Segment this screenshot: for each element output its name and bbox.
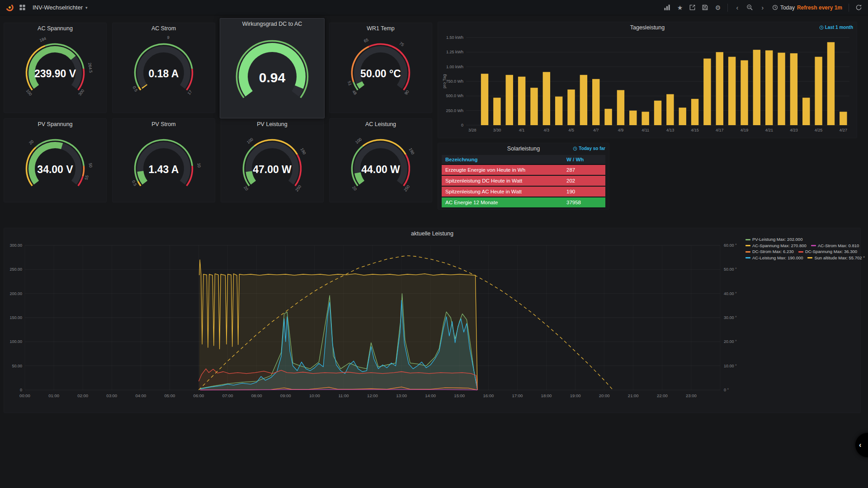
svg-text:4/15: 4/15 <box>691 128 699 132</box>
svg-text:01:00: 01:00 <box>48 393 59 398</box>
add-panel-icon[interactable] <box>661 2 673 14</box>
time-range-button[interactable]: Today Refresh every 1m <box>769 3 845 13</box>
svg-text:0: 0 <box>461 123 463 127</box>
svg-text:0.5: 0.5 <box>131 179 138 187</box>
legend-item-pv-leistung[interactable]: PV-Leistung Max: 202.000 <box>745 237 802 242</box>
svg-text:4/23: 4/23 <box>790 128 798 132</box>
settings-gear-icon[interactable]: ⚙ <box>712 2 724 14</box>
svg-text:3/30: 3/30 <box>493 128 501 132</box>
star-icon[interactable]: ★ <box>674 2 686 14</box>
dashboard-picker-icon[interactable] <box>16 2 28 14</box>
tagesleistung-timeinfo-link[interactable]: Last 1 month <box>819 25 853 30</box>
svg-text:4/13: 4/13 <box>666 128 675 132</box>
svg-text:13:00: 13:00 <box>396 393 407 398</box>
legend-swatch <box>811 245 816 246</box>
caret-down-icon: ▾ <box>85 5 88 10</box>
svg-text:05:00: 05:00 <box>165 393 175 398</box>
svg-text:4/11: 4/11 <box>642 128 649 132</box>
gauge-value: 47.00 W <box>253 164 292 175</box>
dashboard-title-button[interactable]: INV-Wechselrichter ▾ <box>29 2 91 13</box>
save-icon[interactable] <box>699 2 711 14</box>
svg-text:12:00: 12:00 <box>367 393 378 398</box>
panel-title-aktuelle-leistung[interactable]: aktuelle Leistung <box>4 230 860 237</box>
legend-item-ac-leistung[interactable]: AC-Leistung Max: 190.000 <box>745 255 803 260</box>
svg-text:20: 20 <box>28 139 34 145</box>
gauge-value: 0.94 <box>259 70 286 85</box>
svg-text:200.00: 200.00 <box>9 291 22 296</box>
svg-text:10.00 °: 10.00 ° <box>724 364 737 368</box>
panel-title-tagesleistung[interactable]: Tagesleistung <box>438 24 857 31</box>
svg-text:4/3: 4/3 <box>544 128 550 132</box>
svg-text:08:00: 08:00 <box>251 393 262 398</box>
table-header-bezeichnung[interactable]: Bezeichnung <box>442 155 563 164</box>
svg-text:17: 17 <box>187 89 193 96</box>
panel-title[interactable]: AC Leistung <box>330 121 432 127</box>
gauge-panel-wr1-temp: WR1 Temp485165759050.00 °C <box>329 23 432 113</box>
svg-text:0: 0 <box>20 388 22 392</box>
timeinfo-label: Last 1 month <box>825 25 853 30</box>
panel-title[interactable]: PV Leistung <box>221 121 323 127</box>
svg-text:90: 90 <box>404 89 410 96</box>
panel-title[interactable]: PV Strom <box>113 121 215 127</box>
panel-title[interactable]: WR1 Temp <box>330 25 432 32</box>
panel-title[interactable]: Wirkungsgrad DC to AC <box>220 21 324 27</box>
legend-item-ac-strom[interactable]: AC-Strom Max: 0.810 <box>811 243 859 248</box>
refresh-icon[interactable] <box>853 2 864 14</box>
panel-tagesleistung: Tagesleistung Last 1 month 0250.0 Wh500.… <box>438 22 857 138</box>
svg-text:150.00: 150.00 <box>9 315 22 320</box>
svg-text:250.0 Wh: 250.0 Wh <box>446 108 463 113</box>
legend-item-sun-altitude[interactable]: Sun altitude Max: 55.702 ° <box>807 255 865 260</box>
chevron-left-icon: ‹ <box>859 441 861 449</box>
gauge: 20505534.00 V <box>3 131 108 202</box>
gauge: 0.94 <box>220 30 325 118</box>
svg-text:03:00: 03:00 <box>106 393 117 398</box>
svg-text:17:00: 17:00 <box>512 393 523 398</box>
zoom-out-icon[interactable] <box>744 2 756 14</box>
svg-text:48: 48 <box>351 89 358 96</box>
clock-icon <box>573 146 577 151</box>
tagesleistung-bar-chart: 0250.0 Wh500.0 Wh750.0 Wh1.00 kWh1.25 kW… <box>440 33 856 137</box>
timeseries-svg: 00:0001:0002:0003:0004:0005:0006:0007:00… <box>4 240 861 411</box>
grafana-logo-icon[interactable] <box>4 2 15 14</box>
legend-swatch <box>745 245 750 246</box>
share-icon[interactable] <box>687 2 698 14</box>
svg-text:15:00: 15:00 <box>454 393 465 398</box>
legend-item-dc-strom[interactable]: DC-Strom Max: 6.230 <box>745 249 794 254</box>
gauge-value: 1.43 A <box>149 164 179 175</box>
svg-text:06:00: 06:00 <box>193 393 204 398</box>
time-back-icon[interactable]: ‹ <box>731 2 743 14</box>
solarleistung-table: BezeichnungW / WhErzeugte Energie von He… <box>442 155 605 208</box>
legend-swatch <box>807 257 812 258</box>
svg-text:4/17: 4/17 <box>716 128 724 132</box>
table-row: AC Energie 12 Monate37958 <box>442 197 605 208</box>
collapse-drawer-button[interactable]: ‹ <box>855 433 868 457</box>
legend-item-ac-spannung[interactable]: AC-Spannung Max: 270.800 <box>745 243 807 248</box>
svg-text:00:00: 00:00 <box>19 393 30 398</box>
svg-text:250.00: 250.00 <box>9 267 22 272</box>
gauge: 0.5101.43 A <box>111 131 216 202</box>
time-forward-icon[interactable]: › <box>757 2 769 14</box>
gauge-panel-ac-leistung: AC Leistung2010019025044.00 W <box>329 118 432 202</box>
gauge-value: 50.00 °C <box>360 68 401 80</box>
toolbar-divider <box>727 4 728 12</box>
legend-item-dc-spannung[interactable]: DC-Spannung Max: 36.300 <box>798 249 857 254</box>
svg-text:4/19: 4/19 <box>741 128 749 132</box>
gauge-panel-ac-strom: AC Strom0.59170.18 A <box>112 23 215 113</box>
solarleistung-timeinfo-link[interactable]: Today so far <box>573 146 605 151</box>
svg-text:20: 20 <box>243 185 249 192</box>
svg-text:4/9: 4/9 <box>618 128 624 132</box>
table-header-value[interactable]: W / Wh <box>563 155 605 164</box>
svg-text:4/27: 4/27 <box>840 128 848 132</box>
gauge-panel-ac-spannung: AC Spannung100184264.5300239.90 V <box>4 23 107 113</box>
aktuelle-leistung-chart: 00:0001:0002:0003:0004:0005:0006:0007:00… <box>4 240 861 411</box>
panel-title[interactable]: AC Spannung <box>4 25 106 32</box>
svg-text:0.5: 0.5 <box>132 85 138 93</box>
svg-text:10: 10 <box>197 163 202 168</box>
svg-text:1.25 kWh: 1.25 kWh <box>446 50 463 54</box>
svg-text:65: 65 <box>363 38 369 43</box>
panel-title[interactable]: PV Spannung <box>4 121 106 127</box>
panel-title[interactable]: AC Strom <box>113 25 215 32</box>
legend-swatch <box>745 239 750 240</box>
top-navbar: INV-Wechselrichter ▾ ★ ⚙ ‹ › <box>0 0 868 15</box>
row-label: Spitzenleistung AC Heute in Watt <box>442 186 563 197</box>
